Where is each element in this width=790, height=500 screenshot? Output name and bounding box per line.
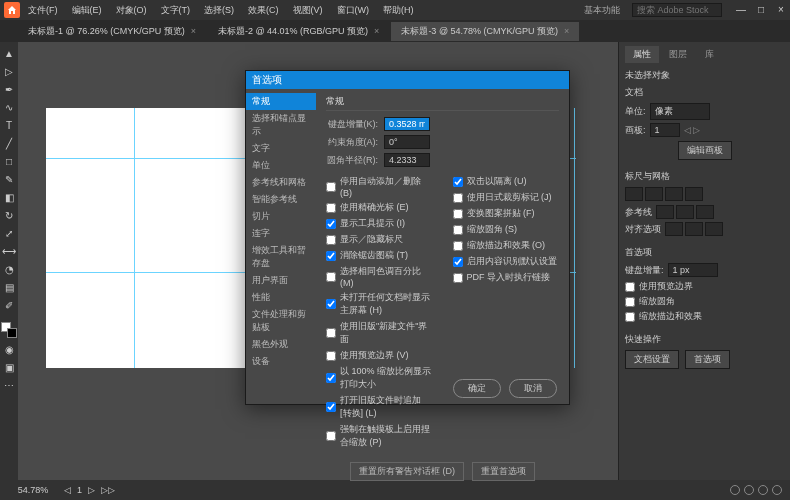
doc-setup-button[interactable]: 文档设置 (625, 350, 679, 369)
pref-check-6[interactable] (326, 299, 336, 309)
rotate-tool-icon[interactable]: ↻ (2, 208, 16, 222)
pref-rcheck-3[interactable] (453, 225, 463, 235)
pref-check-1[interactable] (326, 203, 336, 213)
side-general[interactable]: 常规 (246, 93, 316, 110)
selection-tool-icon[interactable]: ▲ (2, 46, 16, 60)
menu-help[interactable]: 帮助(H) (377, 2, 420, 19)
dialog-title[interactable]: 首选项 (246, 71, 569, 89)
pref-check-11[interactable] (326, 431, 336, 441)
side-guides[interactable]: 参考线和网格 (246, 174, 316, 191)
menu-file[interactable]: 文件(F) (22, 2, 64, 19)
pref-rcheck-2[interactable] (453, 209, 463, 219)
snap-buttons[interactable] (665, 222, 723, 236)
pref-check-4[interactable] (326, 251, 336, 261)
tab-doc1[interactable]: 未标题-1 @ 76.26% (CMYK/GPU 预览)× (18, 22, 206, 41)
side-performance[interactable]: 性能 (246, 289, 316, 306)
preferences-button[interactable]: 首选项 (685, 350, 730, 369)
units-select[interactable]: 像素 (650, 103, 710, 120)
edit-toolbar-icon[interactable]: ⋯ (2, 378, 16, 392)
minimize-icon[interactable]: — (736, 5, 746, 15)
side-ui[interactable]: 用户界面 (246, 272, 316, 289)
curvature-tool-icon[interactable]: ∿ (2, 100, 16, 114)
edit-artboard-button[interactable]: 编辑画板 (678, 141, 732, 160)
menu-edit[interactable]: 编辑(E) (66, 2, 108, 19)
nav-page[interactable]: 1 (77, 485, 82, 495)
menu-select[interactable]: 选择(S) (198, 2, 240, 19)
side-smart-guides[interactable]: 智能参考线 (246, 191, 316, 208)
menu-effect[interactable]: 效果(C) (242, 2, 285, 19)
line-tool-icon[interactable]: ╱ (2, 136, 16, 150)
keyboard-increment-input[interactable] (384, 117, 430, 131)
pref-check-8[interactable] (326, 351, 336, 361)
workspace-label[interactable]: 基本功能 (578, 2, 626, 19)
direct-selection-tool-icon[interactable]: ▷ (2, 64, 16, 78)
maximize-icon[interactable]: □ (756, 5, 766, 15)
menu-object[interactable]: 对象(O) (110, 2, 153, 19)
guide-toggle-buttons[interactable] (656, 205, 714, 219)
side-type[interactable]: 文字 (246, 140, 316, 157)
pref-check-9[interactable] (326, 373, 336, 383)
screen-mode-icons[interactable] (730, 485, 782, 495)
search-stock-input[interactable] (632, 3, 722, 17)
tab-doc2[interactable]: 未标题-2 @ 44.01% (RGB/GPU 预览)× (208, 22, 389, 41)
pref-rcheck-0[interactable] (453, 177, 463, 187)
type-tool-icon[interactable]: T (2, 118, 16, 132)
side-file-handling[interactable]: 文件处理和剪贴板 (246, 306, 316, 336)
nav-next-icon[interactable]: ▷ (88, 485, 95, 495)
pref-rcheck-5[interactable] (453, 257, 463, 267)
color-swatches[interactable] (1, 322, 17, 338)
home-icon[interactable] (4, 2, 20, 18)
tab-doc3[interactable]: 未标题-3 @ 54.78% (CMYK/GPU 预览)× (391, 22, 579, 41)
scale-corners-checkbox[interactable] (625, 297, 635, 307)
close-icon[interactable]: × (776, 5, 786, 15)
scale-strokes-checkbox[interactable] (625, 312, 635, 322)
pref-check-5[interactable] (326, 272, 336, 282)
side-slices[interactable]: 切片 (246, 208, 316, 225)
guide-vertical[interactable] (574, 108, 575, 368)
ok-button[interactable]: 确定 (453, 379, 501, 398)
preview-bounds-checkbox[interactable] (625, 282, 635, 292)
tab-layers[interactable]: 图层 (661, 46, 695, 63)
pref-check-3[interactable] (326, 235, 336, 245)
tab-close-icon[interactable]: × (564, 26, 569, 36)
gradient-tool-icon[interactable]: ▤ (2, 280, 16, 294)
eyedropper-tool-icon[interactable]: ✐ (2, 298, 16, 312)
side-units[interactable]: 单位 (246, 157, 316, 174)
side-black[interactable]: 黑色外观 (246, 336, 316, 353)
pref-rcheck-1[interactable] (453, 193, 463, 203)
side-devices[interactable]: 设备 (246, 353, 316, 370)
artboard-select[interactable]: 1 (650, 123, 680, 137)
side-hyphenation[interactable]: 连字 (246, 225, 316, 242)
menu-window[interactable]: 窗口(W) (331, 2, 376, 19)
corner-radius-input[interactable] (384, 153, 430, 167)
shape-builder-tool-icon[interactable]: ◔ (2, 262, 16, 276)
guides-buttons[interactable] (625, 187, 784, 201)
reset-prefs-button[interactable]: 重置首选项 (472, 462, 535, 481)
reset-warnings-button[interactable]: 重置所有警告对话框 (D) (350, 462, 464, 481)
pref-check-10[interactable] (326, 402, 336, 412)
guide-vertical[interactable] (134, 108, 135, 368)
pen-tool-icon[interactable]: ✒ (2, 82, 16, 96)
nav-last-icon[interactable]: ▷▷ (101, 485, 115, 495)
brush-tool-icon[interactable]: ✎ (2, 172, 16, 186)
keyinc-input[interactable]: 1 px (668, 263, 718, 277)
screen-mode-icon[interactable]: ▣ (2, 360, 16, 374)
eraser-tool-icon[interactable]: ◧ (2, 190, 16, 204)
side-selection[interactable]: 选择和锚点显示 (246, 110, 316, 140)
menu-view[interactable]: 视图(V) (287, 2, 329, 19)
pref-rcheck-4[interactable] (453, 241, 463, 251)
tab-properties[interactable]: 属性 (625, 46, 659, 63)
tab-close-icon[interactable]: × (191, 26, 196, 36)
tab-libraries[interactable]: 库 (697, 46, 722, 63)
pref-check-2[interactable] (326, 219, 336, 229)
draw-mode-icon[interactable]: ◉ (2, 342, 16, 356)
pref-check-7[interactable] (326, 328, 336, 338)
side-plugins[interactable]: 增效工具和暂存盘 (246, 242, 316, 272)
pref-check-0[interactable] (326, 182, 336, 192)
scale-tool-icon[interactable]: ⤢ (2, 226, 16, 240)
nav-first-icon[interactable]: ◁ (64, 485, 71, 495)
cancel-button[interactable]: 取消 (509, 379, 557, 398)
zoom-level[interactable]: 54.78% (8, 485, 58, 495)
constrain-angle-input[interactable] (384, 135, 430, 149)
menu-type[interactable]: 文字(T) (155, 2, 197, 19)
